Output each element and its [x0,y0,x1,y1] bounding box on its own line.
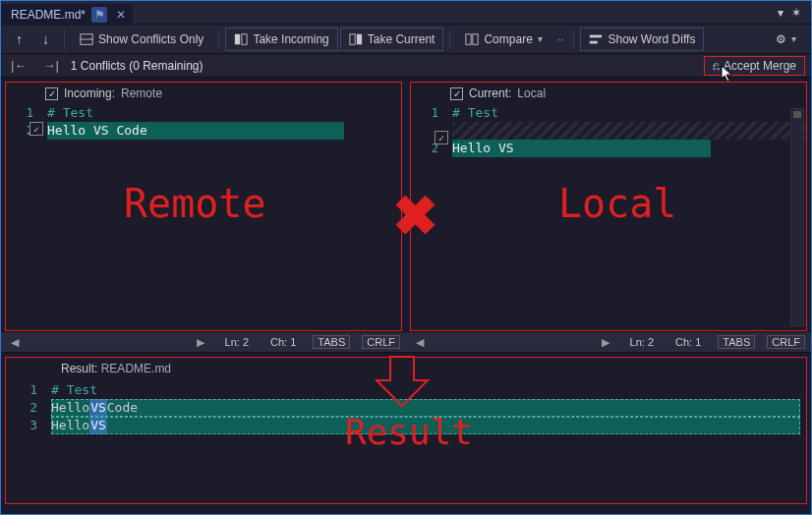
compare-icon [465,32,479,46]
settings-icon: ⚙ [776,32,786,46]
svg-rect-8 [590,34,602,37]
split-left-icon [234,32,248,46]
diff-panes: ✓ Incoming: Remote 1 2 ✓ # Test Hello VS… [1,78,811,331]
current-line-checkbox[interactable]: ✓ [435,131,448,144]
code-line: # Test [452,104,806,122]
svg-rect-9 [590,40,598,43]
result-header: Result: README.md [6,358,806,379]
separator [573,29,574,49]
word-diffs-icon [589,32,603,46]
prev-diff-button[interactable]: ↑ [7,28,31,51]
status-ln[interactable]: Ln: 2 [220,335,254,349]
gutter-line: 1 [6,104,33,122]
code-line: Hello VS [51,417,800,434]
result-gutter: 1 2 3 [6,381,43,434]
take-incoming-label: Take Incoming [253,32,328,46]
current-code: # Test Hello VS [452,104,806,157]
first-conflict-button[interactable]: |← [7,58,30,73]
tab-readme[interactable]: README.md* ⚑ ✕ [1,4,133,26]
result-pane: Result: README.md 1 2 3 # Test Hello VS … [5,357,807,504]
window-controls: ▾ ✶ [778,6,811,20]
svg-rect-7 [473,33,478,44]
scrollbar-thumb[interactable] [793,111,801,118]
result-label: Result: [61,362,97,375]
status-left: ◀ ▶ Ln: 2 Ch: 1 TABS CRLF [1,335,406,349]
compare-button[interactable]: Compare [456,28,551,51]
compare-label: Compare [484,32,532,46]
current-subtitle: Local [517,86,546,100]
show-word-diffs-label: Show Word Diffs [608,32,695,46]
close-tab-icon[interactable]: ✕ [113,7,129,23]
split-right-icon [349,32,363,46]
show-conflicts-label: Show Conflicts Only [98,32,203,46]
incoming-header: ✓ Incoming: Remote [6,83,401,104]
incoming-title: Incoming: [64,86,115,100]
arrow-down-icon: ↓ [42,31,49,47]
status-ch[interactable]: Ch: 1 [265,335,301,349]
word-diff-token: VS [89,399,107,417]
word-diff-token: VS [89,417,107,434]
status-ch[interactable]: Ch: 1 [670,335,706,349]
conflicts-count: 1 Conflicts (0 Remaining) [71,59,203,73]
incoming-subtitle: Remote [121,86,162,100]
code-line: # Test [51,381,800,399]
accept-merge-button[interactable]: ⎌ Accept Merge [704,56,805,76]
toolbar-settings-button[interactable]: ⚙ [767,28,805,51]
window-dropdown-icon[interactable]: ▾ [778,6,783,20]
status-tabs[interactable]: TABS [313,335,350,349]
gear-icon[interactable]: ✶ [791,6,801,20]
arrow-up-icon: ↑ [16,31,23,47]
status-crlf[interactable]: CRLF [362,335,400,349]
conflicts-bar: |← →| 1 Conflicts (0 Remaining) ⎌ Accept… [1,54,811,78]
gutter-line: 3 [6,417,37,434]
gutter-line: 1 [6,381,37,399]
current-pane: ✓ Current: Local 1 2 ✓ # Test Hello VS L… [410,82,807,331]
merge-icon: ⎌ [713,59,720,73]
incoming-code: # Test Hello VS Code [47,104,401,140]
result-filename: README.md [101,362,171,375]
separator [449,29,450,49]
last-conflict-button[interactable]: →| [38,58,62,73]
accept-merge-label: Accept Merge [724,59,796,73]
incoming-pane: ✓ Incoming: Remote 1 2 ✓ # Test Hello VS… [5,82,402,331]
svg-rect-6 [466,33,471,44]
status-crlf[interactable]: CRLF [767,335,805,349]
code-line: Hello VS Code [51,399,800,417]
code-line: # Test [47,104,401,122]
merge-toolbar: ↑ ↓ Show Conflicts Only Take Incoming Ta… [1,25,811,54]
result-code: # Test Hello VS Code Hello VS [51,381,800,434]
svg-rect-4 [350,33,355,44]
incoming-gutter: 1 2 [6,104,37,330]
gutter-line: 1 [411,104,438,122]
current-editor[interactable]: 1 2 ✓ # Test Hello VS [411,104,806,330]
incoming-editor[interactable]: 1 2 ✓ # Test Hello VS Code [6,104,401,330]
current-checkbox[interactable]: ✓ [450,87,463,100]
take-current-button[interactable]: Take Current [340,28,444,51]
status-prev-icon[interactable]: ◀ [412,336,428,349]
hatched-line [452,122,806,140]
svg-rect-3 [242,33,247,44]
pin-icon[interactable]: ⚑ [91,7,107,23]
status-tabs[interactable]: TABS [718,335,755,349]
tab-bar: README.md* ⚑ ✕ ▾ ✶ [1,1,811,25]
toolbar-overflow[interactable]: ·· [553,32,568,46]
svg-rect-5 [357,33,362,44]
status-next-icon[interactable]: ▶ [598,336,613,349]
status-next-icon[interactable]: ▶ [193,336,208,349]
status-ln[interactable]: Ln: 2 [625,335,659,349]
status-bar: ◀ ▶ Ln: 2 Ch: 1 TABS CRLF ◀ ▶ Ln: 2 Ch: … [1,331,811,353]
code-line: Hello VS [452,140,711,157]
incoming-checkbox[interactable]: ✓ [45,87,58,100]
gutter-line: 2 [6,399,37,417]
separator [218,29,219,49]
show-conflicts-button[interactable]: Show Conflicts Only [71,28,212,51]
separator [64,29,65,49]
current-title: Current: [469,86,511,100]
next-diff-button[interactable]: ↓ [33,28,58,51]
scrollbar-vertical[interactable] [790,108,804,326]
status-prev-icon[interactable]: ◀ [7,336,23,349]
code-line: Hello VS Code [47,122,344,140]
take-incoming-button[interactable]: Take Incoming [225,28,337,51]
show-word-diffs-button[interactable]: Show Word Diffs [580,28,704,51]
incoming-line-checkbox[interactable]: ✓ [29,122,43,136]
